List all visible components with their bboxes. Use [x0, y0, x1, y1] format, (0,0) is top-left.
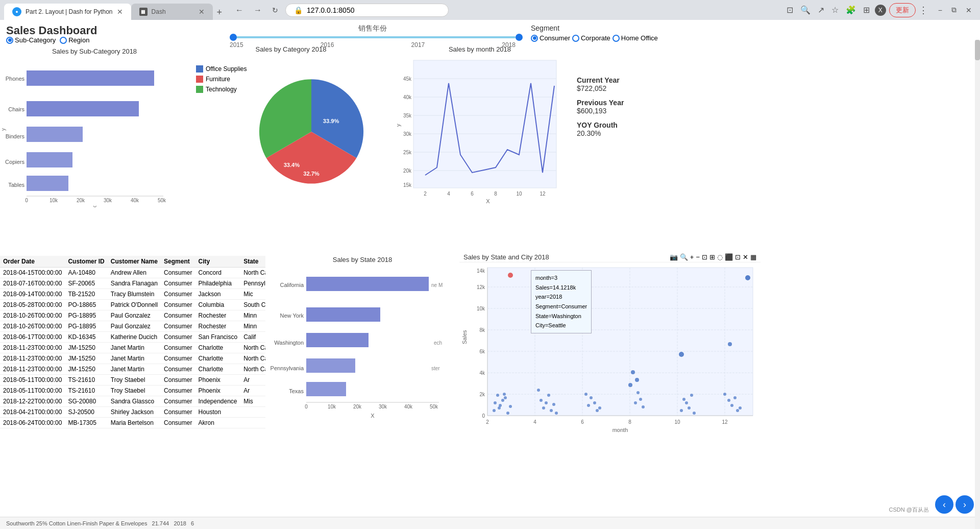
svg-text:Washington: Washington	[274, 340, 304, 346]
table-row: 2018-11-23T00:00:00JM-15250Janet MartinC…	[0, 353, 265, 364]
next-arrow[interactable]: ›	[955, 495, 974, 514]
back-button[interactable]: ←	[232, 5, 247, 16]
table-cell: 2018-11-23T00:00:00	[0, 353, 65, 364]
vertical-scrollbar[interactable]	[975, 40, 980, 529]
svg-text:y: y	[1, 128, 6, 131]
table-cell: Consumer	[161, 332, 195, 343]
svg-text:Phones: Phones	[6, 76, 25, 82]
svg-point-113	[587, 404, 590, 407]
table-cell: Tracy Blumstein	[108, 289, 161, 300]
table-cell: Maria Bertelson	[108, 418, 161, 428]
table-cell: JM-15250	[65, 364, 107, 375]
table-cell: Shirley Jackson	[108, 407, 161, 418]
svg-text:10k: 10k	[477, 306, 485, 311]
zoom-icon[interactable]: 🔍	[798, 3, 813, 17]
col-customer-name: Customer Name	[108, 256, 161, 268]
svg-text:30k: 30k	[379, 404, 387, 410]
bookmark-icon[interactable]: ☆	[829, 3, 841, 17]
tooltip-sales: Sales=14.1218k	[535, 283, 587, 293]
svg-text:10k: 10k	[50, 198, 58, 203]
svg-point-136	[736, 409, 739, 412]
share-icon[interactable]: ↗	[816, 3, 826, 17]
minus-icon[interactable]: −	[696, 253, 700, 261]
zoom-in-icon[interactable]: 🔍	[680, 253, 688, 261]
radio-home-office[interactable]: Home Office	[612, 34, 658, 42]
table-row: 2018-05-11T00:00:00TS-21610Troy StaebelC…	[0, 375, 265, 386]
sidebar-toggle-icon[interactable]: ⊞	[861, 3, 872, 17]
lasso-icon[interactable]: ◌	[717, 253, 723, 261]
table-cell: North Car	[240, 343, 265, 353]
save-icon[interactable]: ▦	[750, 253, 756, 261]
table-cell: Consumer	[161, 407, 195, 418]
table-cell: 2018-05-28T00:00:00	[0, 300, 65, 310]
user-avatar[interactable]: X	[875, 5, 886, 16]
active-tab[interactable]: ● Part 2. Layout | Dash for Python ✕	[4, 4, 131, 20]
table-cell: Ar	[240, 386, 265, 396]
forward-button[interactable]: →	[251, 5, 265, 16]
slider-thumb-left[interactable]	[230, 34, 237, 41]
svg-rect-9	[27, 176, 68, 191]
svg-point-138	[739, 406, 742, 410]
crop-icon[interactable]: ⊡	[702, 253, 707, 261]
table-cell: Janet Martin	[108, 364, 161, 375]
subcategory-region-radio[interactable]: Sub-Category Region	[6, 36, 89, 44]
scrollbar-thumb[interactable]	[975, 40, 980, 60]
browser-menu-icon[interactable]: ⋮	[919, 5, 928, 16]
refresh-button[interactable]: ↻	[269, 5, 281, 15]
svg-point-95	[494, 401, 497, 404]
svg-text:30k: 30k	[403, 131, 412, 137]
table-cell: Charlotte	[195, 353, 240, 364]
extensions-icon[interactable]: 🧩	[844, 3, 858, 17]
table-row: 2018-05-11T00:00:00TS-21610Troy StaebelC…	[0, 386, 265, 396]
radio-corporate[interactable]: Corporate	[572, 34, 610, 42]
status-bar: Southworth 25% Cotton Linen-Finish Paper…	[0, 517, 980, 529]
update-button[interactable]: 更新	[889, 3, 916, 17]
table-cell: TS-21610	[65, 375, 107, 386]
restore-button[interactable]: ⧉	[947, 4, 961, 16]
radio-subcategory[interactable]: Sub-Category	[6, 36, 56, 44]
radio-region[interactable]: Region	[60, 36, 89, 44]
table-cell: Mis	[240, 396, 265, 407]
add-icon[interactable]: +	[690, 253, 694, 261]
browser-nav-controls: ← → ↻ 🔒 127.0.0.1:8050	[228, 4, 453, 17]
svg-text:8: 8	[628, 419, 631, 425]
table-cell: 2018-07-16T00:00:00	[0, 278, 65, 289]
svg-point-98	[501, 399, 504, 402]
camera-icon[interactable]: 📷	[670, 253, 678, 261]
svg-point-99	[498, 406, 501, 410]
close-button[interactable]: ✕	[962, 4, 976, 16]
svg-text:35k: 35k	[403, 113, 412, 118]
svg-point-115	[593, 401, 596, 404]
table-cell: Phoenix	[195, 386, 240, 396]
table-cell: 2018-11-23T00:00:00	[0, 343, 65, 353]
table-row: 2018-11-23T00:00:00JM-15250Janet MartinC…	[0, 343, 265, 353]
segment-radios[interactable]: Consumer Corporate Home Office	[531, 34, 658, 42]
slider-thumb-right[interactable]	[516, 34, 523, 41]
address-bar[interactable]: 🔒 127.0.0.1:8050	[285, 4, 449, 17]
tab-close-active[interactable]: ✕	[117, 8, 123, 16]
download-icon[interactable]: ⬛	[725, 253, 733, 261]
table-cell: KD-16345	[65, 332, 107, 343]
col-state: State	[240, 256, 265, 268]
expand-icon[interactable]: ⊡	[735, 253, 741, 261]
table-cell: Ar	[240, 375, 265, 386]
inactive-tab[interactable]: ▦ Dash ✕	[131, 4, 213, 20]
chart-toolbar[interactable]: 📷 🔍 + − ⊡ ⊞ ◌ ⬛ ⊡ ✕ ▦	[670, 253, 756, 261]
prev-arrow[interactable]: ‹	[935, 495, 953, 514]
svg-point-132	[679, 352, 684, 357]
radio-dot-consumer	[531, 35, 538, 42]
screenshot-icon[interactable]: ⊡	[785, 3, 795, 17]
table-cell: North Car	[240, 353, 265, 364]
table-cell: Charlotte	[195, 343, 240, 353]
tab-close-inactive[interactable]: ✕	[199, 8, 205, 16]
new-tab-button[interactable]: +	[213, 5, 227, 20]
reset-icon[interactable]: ✕	[743, 253, 748, 261]
radio-consumer[interactable]: Consumer	[531, 34, 570, 42]
svg-text:X: X	[486, 198, 490, 203]
grid-icon[interactable]: ⊞	[709, 253, 715, 261]
svg-text:ster: ster	[431, 366, 440, 371]
minimize-button[interactable]: −	[934, 4, 946, 16]
slider-track[interactable]	[230, 36, 516, 38]
pie-chart-title: Sales by Category 2018	[194, 45, 388, 53]
col-city: City	[195, 256, 240, 268]
